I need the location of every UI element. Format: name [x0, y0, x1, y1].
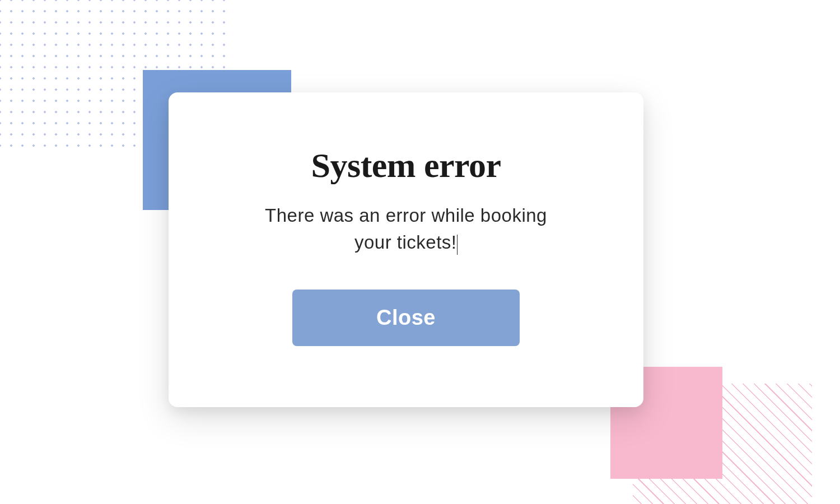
- text-cursor-icon: [457, 235, 458, 255]
- modal-message-text: There was an error while booking your ti…: [265, 205, 547, 253]
- error-modal: System error There was an error while bo…: [169, 92, 643, 407]
- close-button[interactable]: Close: [292, 290, 520, 346]
- modal-message: There was an error while booking your ti…: [260, 202, 552, 256]
- modal-title: System error: [311, 146, 501, 185]
